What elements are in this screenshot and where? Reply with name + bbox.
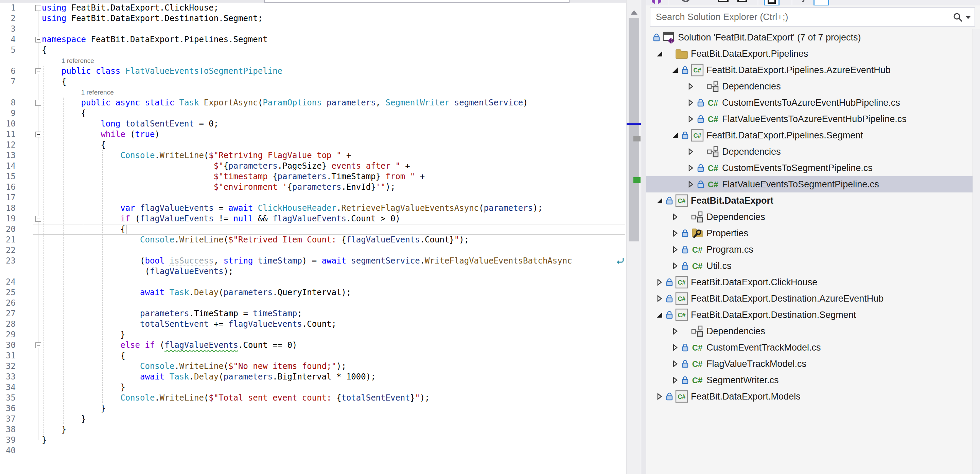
tree-item-program-cs[interactable]: C#Program.cs xyxy=(646,241,972,258)
code-line[interactable]: 38 } xyxy=(0,425,626,435)
code-line[interactable]: 35 Console.WriteLine($"Total sent event … xyxy=(0,393,626,403)
code-line[interactable]: 30 else if (flagValueEvents.Count == 0) xyxy=(0,340,626,351)
code-line[interactable]: 4namespace FeatBit.DataExport.Pipelines.… xyxy=(0,34,626,45)
code-line[interactable]: 18 var flagValueEvents = await ClickHous… xyxy=(0,203,626,214)
editor-vertical-scrollbar[interactable] xyxy=(626,0,641,474)
search-icon[interactable] xyxy=(953,12,963,22)
tree-item-featbit-dataexport-destination-azureeventhub[interactable]: C#FeatBit.DataExport.Destination.AzureEv… xyxy=(646,290,972,307)
tree-item-solution-featbit-dataexport-7-of-7-projects[interactable]: Solution 'FeatBit.DataExport' (7 of 7 pr… xyxy=(646,29,972,46)
code-line[interactable]: 28 totalSentEvent += flagValueEvents.Cou… xyxy=(0,319,626,329)
collapse-region-toggle[interactable] xyxy=(35,216,41,222)
preview-selected-items-icon[interactable] xyxy=(813,0,829,5)
collapsed-arrow-icon[interactable] xyxy=(671,377,679,383)
tree-item-featbit-dataexport-destination-segment[interactable]: C#FeatBit.DataExport.Destination.Segment xyxy=(646,307,972,323)
collapsed-arrow-icon[interactable] xyxy=(671,214,679,220)
code-line[interactable]: 23 (bool isSuccess, string timeStamp) = … xyxy=(0,256,626,266)
collapsed-arrow-icon[interactable] xyxy=(671,246,679,253)
code-line[interactable]: 21 Console.WriteLine($"Retrived Item Cou… xyxy=(0,235,626,245)
collapsed-arrow-icon[interactable] xyxy=(656,393,663,400)
tree-item-featbit-dataexport-clickhouse[interactable]: C#FeatBit.DataExport.ClickHouse xyxy=(646,274,972,290)
collapsed-arrow-icon[interactable] xyxy=(687,164,695,171)
expanded-arrow-icon[interactable] xyxy=(671,67,679,73)
code-line[interactable]: 24 xyxy=(0,277,626,287)
tree-item-flatvalueeventstoazureeventhubpipeline-cs[interactable]: C#FlatValueEventsToAzureEventHubPipeline… xyxy=(646,111,972,127)
code-line[interactable]: 2using FeatBit.DataExport.Destination.Se… xyxy=(0,13,626,24)
code-line[interactable]: 22 xyxy=(0,245,626,256)
collapsed-arrow-icon[interactable] xyxy=(687,83,695,90)
collapse-region-toggle[interactable] xyxy=(35,100,41,106)
tree-item-dependencies[interactable]: Dependencies xyxy=(646,78,972,94)
codelens-references-label[interactable]: 1 reference xyxy=(81,87,114,97)
expanded-arrow-icon[interactable] xyxy=(656,197,663,204)
collapsed-arrow-icon[interactable] xyxy=(671,361,679,367)
code-line[interactable]: 16 $"environment '{parameters.EnvId}'"); xyxy=(0,182,626,193)
tree-item-customeventtrackmodel-cs[interactable]: C#CustomEventTrackModel.cs xyxy=(646,339,972,356)
collapsed-arrow-icon[interactable] xyxy=(671,328,679,335)
code-line[interactable]: 25 await Task.Delay(parameters.QueryInte… xyxy=(0,287,626,298)
properties-icon[interactable] xyxy=(764,0,780,5)
code-line[interactable]: 37 } xyxy=(0,414,626,425)
tree-item-segmentwriter-cs[interactable]: C#SegmentWriter.cs xyxy=(646,372,972,388)
collapse-region-toggle[interactable] xyxy=(35,132,41,137)
pencil-icon[interactable] xyxy=(799,0,814,5)
code-line[interactable]: 31 { xyxy=(0,351,626,361)
code-line[interactable]: 19 if (flagValueEvents != null && flagVa… xyxy=(0,214,626,224)
code-lines-container[interactable]: 1using FeatBit.DataExport.ClickHouse;2us… xyxy=(0,0,626,474)
collapse-region-toggle[interactable] xyxy=(35,342,41,348)
search-input[interactable] xyxy=(655,9,942,25)
collapse-region-toggle[interactable] xyxy=(35,69,41,74)
expanded-arrow-icon[interactable] xyxy=(656,50,663,57)
collapsed-arrow-icon[interactable] xyxy=(656,295,663,302)
code-line[interactable]: 12 { xyxy=(0,140,626,150)
tree-item-flatvalueeventstosegmentpipeline-cs[interactable]: C#FlatValueEventsToSegmentPipeline.cs xyxy=(646,176,972,193)
collapsed-arrow-icon[interactable] xyxy=(671,230,679,237)
code-line[interactable]: 17 xyxy=(0,193,626,203)
code-line[interactable]: 39} xyxy=(0,435,626,445)
code-line[interactable]: 13 Console.WriteLine($"Retriving FlagVal… xyxy=(0,150,626,161)
tree-item-featbit-dataexport[interactable]: C#FeatBit.DataExport xyxy=(646,193,972,209)
scrollbar-thumb[interactable] xyxy=(628,18,639,241)
refresh-icon[interactable] xyxy=(679,0,695,5)
collapsed-arrow-icon[interactable] xyxy=(687,148,695,155)
code-line[interactable]: 26 xyxy=(0,298,626,308)
sync-with-active-document-icon[interactable] xyxy=(650,0,665,5)
collapse-region-toggle[interactable] xyxy=(35,5,41,11)
code-line[interactable]: 32 Console.WriteLine($"No new items foun… xyxy=(0,361,626,372)
solution-explorer-scrollbar[interactable] xyxy=(972,29,980,474)
code-line[interactable]: 9 { xyxy=(0,108,626,119)
code-line[interactable]: 33 await Task.Delay(parameters.BigInterv… xyxy=(0,372,626,382)
search-options-chevron-icon[interactable] xyxy=(966,16,970,19)
code-wrap-line[interactable]: (flagValueEvents); xyxy=(0,266,626,277)
code-line[interactable]: 10 long totalSentEvent = 0; xyxy=(0,119,626,129)
code-line[interactable]: 15 $"timestamp {parameters.TimeStamp} fr… xyxy=(0,171,626,182)
collapsed-arrow-icon[interactable] xyxy=(687,99,695,106)
code-editor[interactable]: 1using FeatBit.DataExport.ClickHouse;2us… xyxy=(0,0,641,474)
collapsed-arrow-icon[interactable] xyxy=(687,116,695,123)
code-line[interactable]: 14 $"{parameters.PageSize} events after … xyxy=(0,161,626,171)
collapsed-arrow-icon[interactable] xyxy=(671,344,679,351)
nest-files-icon[interactable] xyxy=(716,0,732,5)
expanded-arrow-icon[interactable] xyxy=(656,311,663,318)
tree-item-featbit-dataexport-models[interactable]: C#FeatBit.DataExport.Models xyxy=(646,388,972,405)
tree-item-dependencies[interactable]: Dependencies xyxy=(646,144,972,160)
code-line[interactable]: 29 } xyxy=(0,329,626,340)
scrollbar-up-arrow-icon[interactable] xyxy=(631,10,638,14)
tree-item-featbit-dataexport-pipelines[interactable]: FeatBit.DataExport.Pipelines xyxy=(646,46,972,62)
tree-item-featbit-dataexport-pipelines-segment[interactable]: C#FeatBit.DataExport.Pipelines.Segment xyxy=(646,127,972,144)
expanded-arrow-icon[interactable] xyxy=(671,132,679,139)
code-line[interactable]: 40 xyxy=(0,445,626,456)
tree-item-util-cs[interactable]: C#Util.cs xyxy=(646,258,972,274)
collapse-region-toggle[interactable] xyxy=(35,37,41,43)
code-line[interactable]: 6 public class FlatValueEventsToSegmentP… xyxy=(0,66,626,77)
panel-splitter[interactable] xyxy=(641,0,646,474)
tree-item-customeventstosegmentpipeline-cs[interactable]: C#CustomEventsToSegmentPipeline.cs xyxy=(646,160,972,176)
tree-item-customeventstoazureeventhubpipeline-cs[interactable]: C#CustomEventsToAzureEventHubPipeline.cs xyxy=(646,94,972,111)
navigation-combo[interactable] xyxy=(264,0,570,3)
code-line[interactable]: 7 { xyxy=(0,77,626,87)
tree-item-dependencies[interactable]: Dependencies xyxy=(646,209,972,225)
code-line[interactable]: 1using FeatBit.DataExport.ClickHouse; xyxy=(0,3,626,13)
code-line[interactable]: 27 parameters.TimeStamp = timeStamp; xyxy=(0,308,626,319)
collapsed-arrow-icon[interactable] xyxy=(687,181,695,188)
code-line[interactable]: 3 xyxy=(0,24,626,34)
code-line[interactable]: 34 } xyxy=(0,382,626,393)
